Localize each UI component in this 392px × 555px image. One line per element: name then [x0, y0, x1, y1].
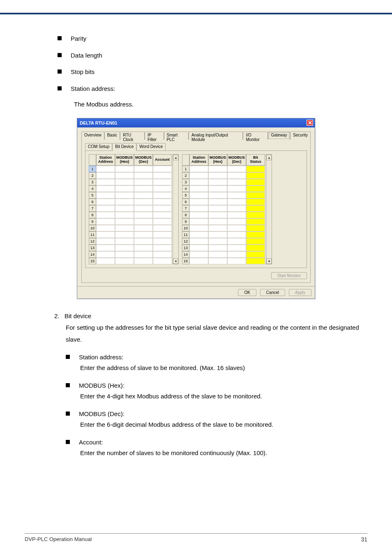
cell-modbus-dec[interactable] [227, 218, 246, 225]
cell-modbus-dec[interactable] [227, 225, 246, 231]
scroll-down-icon[interactable]: ▾ [173, 258, 178, 264]
cell-station-address[interactable] [96, 225, 115, 231]
cell-modbus-dec[interactable] [134, 225, 153, 231]
cell-station-address[interactable] [189, 192, 208, 199]
cell-modbus-dec[interactable] [227, 172, 246, 179]
cell-account[interactable] [153, 179, 172, 185]
cell-modbus-hex[interactable] [115, 205, 134, 212]
cell-modbus-hex[interactable] [115, 231, 134, 238]
cell-modbus-hex[interactable] [208, 185, 227, 192]
cell-account[interactable] [153, 258, 172, 264]
table-row[interactable]: 8 [89, 212, 172, 218]
subtab-com-setup[interactable]: COM Setup [85, 143, 112, 151]
cell-station-address[interactable] [189, 225, 208, 231]
cell-modbus-dec[interactable] [227, 251, 246, 258]
cell-account[interactable] [153, 225, 172, 231]
cell-station-address[interactable] [96, 179, 115, 185]
cell-modbus-hex[interactable] [208, 179, 227, 185]
table-row[interactable]: 5 [89, 192, 172, 199]
close-icon[interactable] [307, 120, 313, 126]
table-row[interactable]: 5 [182, 192, 265, 199]
table-row[interactable]: 12 [182, 238, 265, 245]
cell-modbus-hex[interactable] [115, 179, 134, 185]
table-row[interactable]: 9 [89, 218, 172, 225]
table-row[interactable]: 1 [89, 166, 172, 172]
cell-account[interactable] [153, 172, 172, 179]
cell-modbus-dec[interactable] [134, 238, 153, 245]
cell-station-address[interactable] [189, 179, 208, 185]
cell-station-address[interactable] [96, 231, 115, 238]
table-row[interactable]: 15 [89, 258, 172, 264]
cell-station-address[interactable] [96, 245, 115, 251]
cell-modbus-hex[interactable] [115, 218, 134, 225]
cell-account[interactable] [153, 245, 172, 251]
cell-modbus-dec[interactable] [134, 231, 153, 238]
table-row[interactable]: 3 [182, 179, 265, 185]
cell-modbus-dec[interactable] [227, 166, 246, 172]
tab-basic[interactable]: Basic [104, 132, 120, 140]
cell-station-address[interactable] [96, 218, 115, 225]
cell-account[interactable] [153, 185, 172, 192]
left-scrollbar[interactable]: ▴ ▾ [173, 154, 179, 264]
cell-station-address[interactable] [96, 166, 115, 172]
table-row[interactable]: 2 [89, 172, 172, 179]
tab-rtu-clock[interactable]: RTU Clock [120, 132, 145, 140]
cell-modbus-dec[interactable] [134, 245, 153, 251]
cell-station-address[interactable] [189, 185, 208, 192]
cell-modbus-hex[interactable] [115, 192, 134, 199]
cell-account[interactable] [153, 192, 172, 199]
cell-modbus-dec[interactable] [227, 185, 246, 192]
cell-station-address[interactable] [189, 172, 208, 179]
table-row[interactable]: 8 [182, 212, 265, 218]
cell-modbus-dec[interactable] [227, 179, 246, 185]
cell-modbus-dec[interactable] [134, 251, 153, 258]
cell-station-address[interactable] [96, 251, 115, 258]
tab-analog-io[interactable]: Analog Input/Output Module [189, 132, 243, 140]
cell-account[interactable] [153, 251, 172, 258]
cell-modbus-dec[interactable] [134, 199, 153, 205]
table-row[interactable]: 4 [182, 185, 265, 192]
cell-modbus-dec[interactable] [227, 231, 246, 238]
cell-modbus-dec[interactable] [227, 192, 246, 199]
table-row[interactable]: 11 [89, 231, 172, 238]
table-row[interactable]: 2 [182, 172, 265, 179]
table-row[interactable]: 13 [89, 245, 172, 251]
cell-account[interactable] [153, 199, 172, 205]
cell-station-address[interactable] [189, 199, 208, 205]
cell-modbus-dec[interactable] [227, 212, 246, 218]
table-row[interactable]: 14 [182, 251, 265, 258]
ok-button[interactable]: OK [238, 289, 256, 296]
cell-station-address[interactable] [96, 172, 115, 179]
cell-station-address[interactable] [189, 251, 208, 258]
table-row[interactable]: 1 [182, 166, 265, 172]
cell-modbus-hex[interactable] [115, 185, 134, 192]
cell-modbus-hex[interactable] [208, 238, 227, 245]
tab-smart-plc[interactable]: Smart PLC [164, 132, 189, 140]
cell-modbus-hex[interactable] [208, 231, 227, 238]
cell-account[interactable] [153, 205, 172, 212]
cell-account[interactable] [153, 166, 172, 172]
cell-modbus-hex[interactable] [115, 245, 134, 251]
cell-modbus-hex[interactable] [208, 258, 227, 264]
table-row[interactable]: 7 [182, 205, 265, 212]
cell-station-address[interactable] [189, 231, 208, 238]
tab-security[interactable]: Security [290, 132, 311, 140]
cell-modbus-dec[interactable] [134, 205, 153, 212]
table-row[interactable]: 15 [182, 258, 265, 264]
cell-modbus-dec[interactable] [227, 258, 246, 264]
cell-station-address[interactable] [189, 245, 208, 251]
tab-ip-filter[interactable]: IP Filter [145, 132, 164, 140]
cell-station-address[interactable] [96, 185, 115, 192]
cell-modbus-dec[interactable] [227, 238, 246, 245]
cell-modbus-hex[interactable] [115, 199, 134, 205]
subtab-bit-device[interactable]: Bit Device [112, 143, 136, 151]
cancel-button[interactable]: Cancel [260, 289, 285, 296]
tab-gateway[interactable]: Gateway [268, 132, 290, 140]
cell-modbus-dec[interactable] [134, 185, 153, 192]
cell-station-address[interactable] [96, 192, 115, 199]
table-row[interactable]: 3 [89, 179, 172, 185]
cell-station-address[interactable] [189, 218, 208, 225]
scroll-up-icon[interactable]: ▴ [266, 155, 272, 160]
cell-station-address[interactable] [189, 205, 208, 212]
apply-button[interactable]: Apply [289, 289, 311, 296]
